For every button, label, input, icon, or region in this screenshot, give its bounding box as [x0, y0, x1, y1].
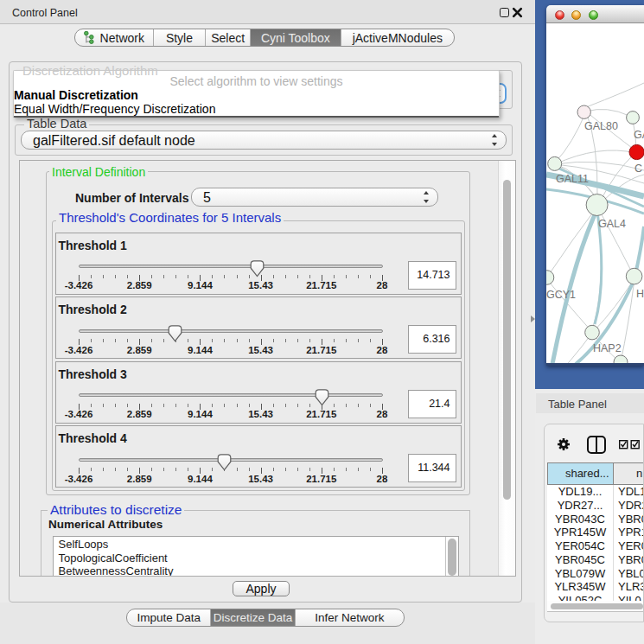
- svg-text:GAL11: GAL11: [556, 173, 589, 185]
- svg-text:HAP2: HAP2: [593, 342, 622, 354]
- svg-text:GA: GA: [634, 129, 644, 141]
- svg-text:GAL4: GAL4: [598, 218, 626, 230]
- svg-text:GCY1: GCY1: [546, 289, 576, 301]
- svg-text:H: H: [636, 288, 644, 300]
- svg-text:C: C: [634, 163, 642, 175]
- svg-text:GAL80: GAL80: [584, 120, 618, 132]
